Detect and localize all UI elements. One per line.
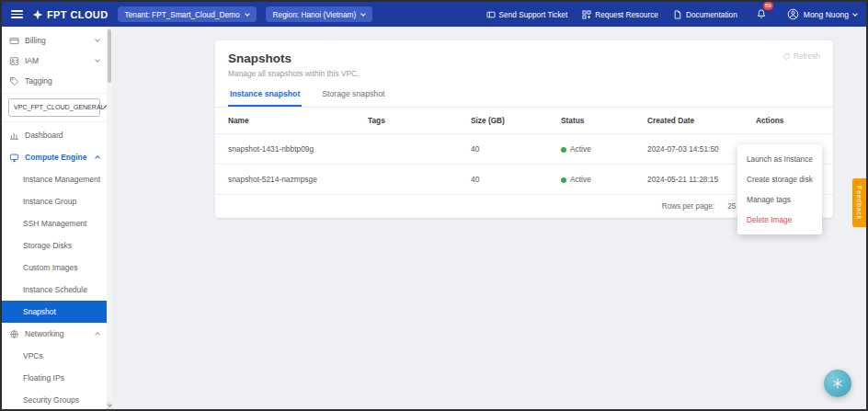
chevron-down-icon [95,57,100,63]
resource-grid-icon [582,10,591,19]
cell-status: Active [555,165,642,195]
rows-per-page-label: Rows per page: [662,202,714,211]
sidebar-item-ssh-management[interactable]: SSH Management [2,212,107,234]
sidebar-item-compute-engine[interactable]: Compute Engine [2,146,107,168]
status-label: Active [570,175,591,184]
top-header: FPT CLOUD Tenant: FPT_Smart_Cloud_Demo R… [2,2,866,27]
sidebar-item-label: Instance Schedule [23,285,87,294]
chevron-down-icon [245,11,250,17]
sidebar-item-networking[interactable]: Networking [2,323,107,345]
region-selector[interactable]: Region: Hanoi (Vietnam) [266,6,373,22]
brand-logo[interactable]: FPT CLOUD [32,9,108,20]
table-header-row: Name Tags Size (GB) Status Created Date … [215,108,833,134]
sidebar-item-vpcs[interactable]: VPCs [2,345,107,367]
refresh-label: Refresh [794,51,820,61]
chevron-up-icon [95,332,100,337]
sidebar-item-label: Storage Disks [23,241,72,250]
snapshot-tabs: Instance snapshot Storage snapshot [215,85,833,108]
user-icon [787,8,799,20]
sidebar-item-label: VPCs [23,351,43,360]
sidebar-item-label: Tagging [25,76,52,86]
vpc-selector-wrap: VPC_FPT_CLOUD_GENERAL [2,93,107,122]
sidebar-item-label: IAM [25,56,39,65]
sidebar-item-snapshot[interactable]: Snapshot [2,301,107,323]
menu-item-manage-tags[interactable]: Manage tags [737,189,822,210]
request-resource-label: Request Resource [595,10,658,19]
column-header-name: Name [215,108,362,134]
vpc-selector[interactable]: VPC_FPT_CLOUD_GENERAL [8,98,100,117]
card-header: Snapshots Manage all snapshots within th… [215,40,833,85]
sidebar-item-tagging[interactable]: Tagging [2,71,107,91]
notification-badge: 59 [763,2,773,10]
user-menu[interactable]: Mong Nuong [787,8,857,20]
billing-icon [9,36,19,46]
sidebar-item-storage-disks[interactable]: Storage Disks [2,234,107,257]
region-label: Region: Hanoi (Vietnam) [273,10,357,19]
cell-size: 40 [465,134,555,165]
column-header-status: Status [555,108,642,134]
document-icon [673,10,682,19]
documentation-link[interactable]: Documentation [673,10,737,19]
networking-icon [9,329,19,339]
menu-item-create-storage-disk[interactable]: Create storage disk [737,169,822,189]
sidebar-item-label: Custom Images [23,263,78,272]
cell-size: 40 [465,165,555,195]
chevron-down-icon [95,37,100,42]
cell-name: snapshot-5214-nazmpsge [215,165,362,195]
sidebar-item-iam[interactable]: IAM [2,51,107,71]
sidebar-item-instance-management[interactable]: Instance Management [2,168,107,190]
tenant-selector[interactable]: Tenant: FPT_Smart_Cloud_Demo [118,6,257,22]
main-content: Snapshots Manage all snapshots within th… [112,27,866,409]
chevron-down-icon [108,403,111,406]
sidebar: Billing IAM Tagging VPC_FPT_CLOUD_GENERA… [2,27,107,409]
compute-engine-icon [9,153,19,163]
tab-storage-snapshot[interactable]: Storage snapshot [320,85,386,107]
sidebar-item-billing[interactable]: Billing [2,30,107,51]
scrollbar-thumb[interactable] [108,29,111,83]
tag-icon [9,76,19,86]
ai-assistant-button[interactable] [824,370,851,397]
vpc-selector-value: VPC_FPT_CLOUD_GENERAL [14,104,105,111]
sidebar-item-dashboard[interactable]: Dashboard [2,124,107,146]
notifications-button[interactable]: 59 [756,6,767,23]
page-title: Snapshots [228,51,359,65]
sidebar-item-label: Dashboard [25,131,63,140]
send-support-ticket-link[interactable]: Send Support Ticket [486,10,568,19]
iam-icon [9,56,19,66]
column-header-size: Size (GB) [465,108,555,134]
request-resource-link[interactable]: Request Resource [582,10,658,19]
dashboard-icon [9,131,19,141]
sidebar-item-instance-group[interactable]: Instance Group [2,190,107,212]
sidebar-item-instance-schedule[interactable]: Instance Schedule [2,279,107,301]
menu-item-delete-image[interactable]: Delete Image [737,210,822,230]
status-dot [561,147,566,153]
sidebar-item-label: Snapshot [23,307,56,316]
column-header-created: Created Date [642,108,750,134]
sidebar-item-label: Instance Group [23,197,76,206]
sidebar-item-floating-ips[interactable]: Floating IPs [2,367,107,389]
column-header-actions: Actions [750,108,833,134]
user-name: Mong Nuong [804,10,849,19]
menu-icon[interactable] [11,10,23,18]
sidebar-item-label: SSH Management [23,219,86,228]
tab-instance-snapshot[interactable]: Instance snapshot [228,85,302,107]
sidebar-item-label: Compute Engine [25,153,87,162]
sidebar-item-label: Floating IPs [23,373,64,382]
cell-tags [362,134,465,165]
sidebar-item-label: Networking [25,329,64,338]
row-actions-context-menu: Launch as Instance Create storage disk M… [737,144,822,234]
tenant-label: Tenant: FPT_Smart_Cloud_Demo [125,10,240,19]
menu-item-launch-as-instance[interactable]: Launch as Instance [737,149,822,169]
send-support-ticket-label: Send Support Ticket [499,10,568,19]
sidebar-item-label: Instance Management [23,175,100,184]
cell-status: Active [555,134,642,165]
status-dot [561,177,566,183]
status-label: Active [570,144,591,154]
sidebar-item-security-groups[interactable]: Security Groups [2,389,107,409]
refresh-button[interactable]: Refresh [782,51,820,61]
sidebar-item-custom-images[interactable]: Custom Images [2,257,107,279]
cell-created: 2024-05-21 11:28:15 [642,165,750,195]
feedback-tab[interactable]: Feedback [852,178,866,227]
documentation-label: Documentation [686,10,737,19]
rows-per-page-value: 25 [727,202,736,211]
